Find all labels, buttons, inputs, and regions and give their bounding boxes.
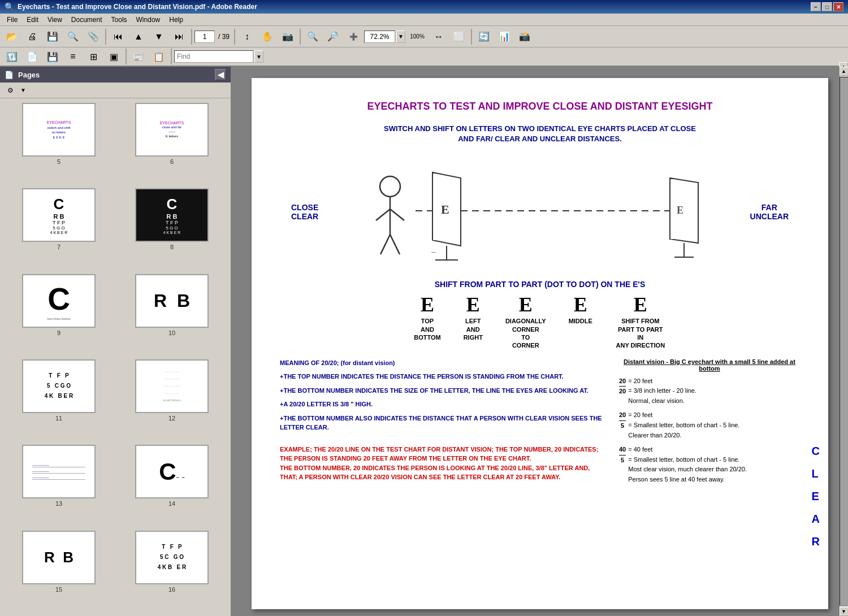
print-button[interactable]: 🖨 xyxy=(23,28,42,45)
pages-btn[interactable]: 📄 xyxy=(23,48,42,65)
menu-view[interactable]: View xyxy=(43,15,67,25)
page-thumb-16[interactable]: T F P 5 C G O 4 K B E R 16 xyxy=(118,531,226,611)
page-preview-11: T F P 5 C G O 4 K B E R xyxy=(22,359,96,413)
article-btn[interactable]: 📰 xyxy=(129,48,148,65)
article2-btn[interactable]: 📋 xyxy=(149,48,168,65)
svg-line-5 xyxy=(390,235,400,254)
page-thumb-15[interactable]: R B 15 xyxy=(5,531,113,611)
e-item-3: E DIAGONALLYCORNERTOCORNER xyxy=(505,294,546,349)
last-page-button[interactable]: ⏭ xyxy=(170,28,189,45)
sidebar: 📄 Pages ◀ ⚙ ▼ EYECHARTS switch and shift… xyxy=(0,67,232,616)
prev-page-button[interactable]: ▲ xyxy=(129,28,148,45)
e-label-1: TOPANDBOTTOM xyxy=(414,317,440,341)
rotate-btn[interactable]: 🔃 xyxy=(2,48,21,65)
e-item-4: E MIDDLE xyxy=(569,294,592,325)
fit-page-button[interactable]: ⬜ xyxy=(449,28,469,45)
separator-5 xyxy=(471,29,472,45)
fit-width-button[interactable]: ↔ xyxy=(429,28,448,45)
nav-btn1[interactable]: 🔄 xyxy=(474,28,494,45)
grid-btn[interactable]: ⊞ xyxy=(84,48,103,65)
zoom-in-button[interactable]: ➕ xyxy=(344,28,363,45)
page-num-6: 6 xyxy=(170,158,174,165)
save-button[interactable]: 💾 xyxy=(43,28,62,45)
page-preview-6: EYECHARTS close and far ------ E letters xyxy=(135,103,209,157)
single-btn[interactable]: ▣ xyxy=(104,48,123,65)
maximize-button[interactable]: □ xyxy=(822,2,832,11)
find-dropdown-button[interactable]: ▼ xyxy=(254,50,263,63)
menu-help[interactable]: Help xyxy=(165,15,188,25)
page-thumb-14[interactable]: C- - 14 xyxy=(118,445,226,526)
next-page-button[interactable]: ▼ xyxy=(149,28,168,45)
pdf-subtitle: SWITCH AND SHIFT ON LETTERS ON TWO IDENT… xyxy=(280,124,800,144)
snapshot-button[interactable]: 📷 xyxy=(278,28,297,45)
page-thumb-5[interactable]: EYECHARTS switch and shift on letters E … xyxy=(5,103,113,184)
pdf-title: EYECHARTS TO TEST AND IMPROVE CLOSE AND … xyxy=(280,101,800,112)
bottom-left: MEANING OF 20/20; (for distant vision) +… xyxy=(280,358,608,489)
nav-btn3[interactable]: 📸 xyxy=(515,28,534,45)
pdf-scroll-down[interactable]: ▼ xyxy=(840,607,849,616)
find-input[interactable] xyxy=(174,50,253,63)
first-page-button[interactable]: ⏮ xyxy=(109,28,128,45)
columns-btn[interactable]: ≡ xyxy=(63,48,83,65)
page-num-14: 14 xyxy=(168,500,175,507)
svg-point-0 xyxy=(380,176,400,197)
sidebar-header: 📄 Pages ◀ xyxy=(0,67,231,83)
sidebar-dropdown-button[interactable]: ▼ xyxy=(18,84,28,97)
page-thumb-6[interactable]: EYECHARTS close and far ------ E letters… xyxy=(118,103,226,184)
open-button[interactable]: 📂 xyxy=(2,28,21,45)
page-num-9: 9 xyxy=(57,329,60,336)
toolbar-main: 📂 🖨 💾 🔍 📎 ⏮ ▲ ▼ ⏭ / 39 ↕ ✋ 📷 🔍 🔎 ➕ ▼ 100… xyxy=(0,26,848,47)
attach-button[interactable]: 📎 xyxy=(84,28,103,45)
search-file-button[interactable]: 🔍 xyxy=(63,28,83,45)
page-thumb-11[interactable]: T F P 5 C G O 4 K B E R 11 xyxy=(5,359,113,440)
page-thumb-9[interactable]: C text lines below 9 xyxy=(5,274,113,355)
page-num-16: 16 xyxy=(168,586,175,593)
menu-edit[interactable]: Edit xyxy=(22,15,43,25)
page-preview-9: C text lines below xyxy=(22,274,96,328)
sidebar-collapse-button[interactable]: ◀ xyxy=(215,69,226,80)
zoom-input[interactable] xyxy=(364,31,395,43)
menu-bar: File Edit View Document Tools Window Hel… xyxy=(0,14,848,26)
page-number-input[interactable] xyxy=(194,31,215,43)
nav-btn2[interactable]: 📊 xyxy=(495,28,514,45)
sidebar-options-button[interactable]: ⚙ xyxy=(2,84,18,97)
hand-tool-button[interactable]: ✋ xyxy=(258,28,277,45)
page-preview-12: · · · · · · · · · · · · · · · · · · · · … xyxy=(135,359,209,413)
zoom-out-button[interactable]: 🔎 xyxy=(323,28,343,45)
zoom-search-button[interactable]: 🔍 xyxy=(303,28,322,45)
separator-3 xyxy=(234,29,235,45)
example-text: EXAMPLE; THE 20/20 LINE ON THE TEST CHAR… xyxy=(280,445,608,482)
page-total: / 39 xyxy=(218,33,230,41)
page-num-11: 11 xyxy=(55,415,62,422)
pdf-page: EYECHARTS TO TEST AND IMPROVE CLOSE AND … xyxy=(252,78,828,609)
far-label: FARUNCLEAR xyxy=(750,203,789,221)
zoom-dropdown-button[interactable]: ▼ xyxy=(396,31,405,43)
page-thumb-12[interactable]: · · · · · · · · · · · · · · · · · · · · … xyxy=(118,359,226,440)
svg-line-4 xyxy=(380,235,390,254)
page-thumb-7[interactable]: C R B T F P 5 G O 4 K B E R 7 xyxy=(5,188,113,269)
menu-document[interactable]: Document xyxy=(67,15,107,25)
page-thumb-10[interactable]: R B 10 xyxy=(118,274,226,355)
e-item-5: E SHIFT FROMPART TO PART INANY DIRECTION xyxy=(615,294,666,349)
svg-text:E: E xyxy=(677,205,683,216)
menu-window[interactable]: Window xyxy=(132,15,165,25)
bottom-right: Distant vision - Big C eyechart with a s… xyxy=(619,358,800,489)
zoom-100-button[interactable]: 100% xyxy=(406,28,428,45)
app-icon: 🔍 xyxy=(5,2,14,11)
e-label-2: LEFTANDRIGHT xyxy=(464,317,483,341)
minimize-button[interactable]: − xyxy=(811,2,821,11)
line-2: +THE BOTTOM NUMBER INDICATES THE SIZE OF… xyxy=(280,386,608,396)
menu-tools[interactable]: Tools xyxy=(107,15,132,25)
page-num-5: 5 xyxy=(57,158,60,165)
save2-btn[interactable]: 💾 xyxy=(43,48,62,65)
page-thumb-13[interactable]: —————— —————— —————— 13 xyxy=(5,445,113,526)
svg-text:E: E xyxy=(441,202,449,216)
page-thumb-8[interactable]: C R B T F P 5 G O 4 K B E R 8 xyxy=(118,188,226,269)
menu-file[interactable]: File xyxy=(2,15,22,25)
separator-t2-1 xyxy=(126,49,127,64)
close-button[interactable]: ✕ xyxy=(833,2,843,11)
sidebar-title: Pages xyxy=(18,71,40,79)
select-tool-button[interactable]: ↕ xyxy=(237,28,257,45)
page-preview-16: T F P 5 C G O 4 K B E R xyxy=(135,531,209,584)
pdf-scroll-up[interactable]: ▲ xyxy=(840,67,849,76)
